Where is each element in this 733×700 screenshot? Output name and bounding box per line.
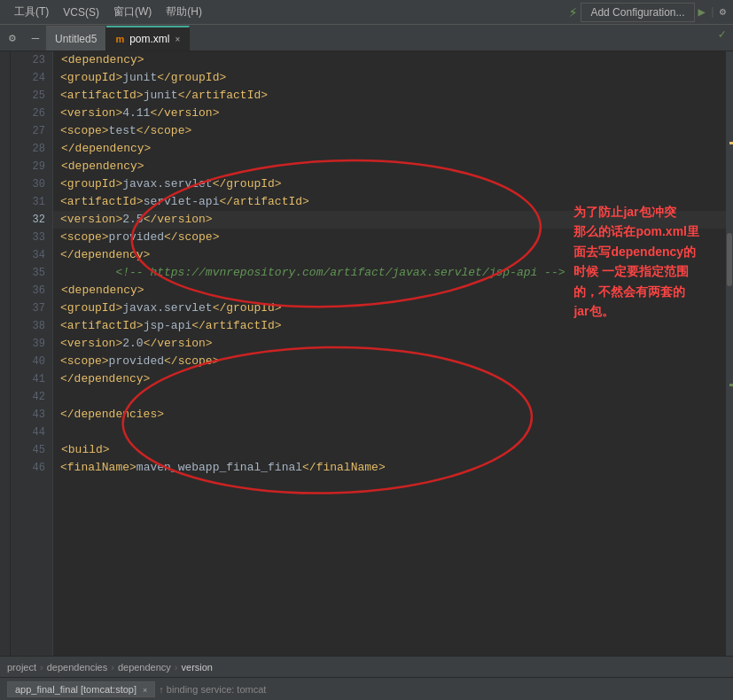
menu-tools[interactable]: 工具(T) [7,3,56,21]
line-number-33: 33 [24,229,45,246]
breadcrumb-sep-2: › [111,662,114,673]
code-line-32: 💡 <version>2.5</version> [53,211,726,229]
breadcrumb-version[interactable]: version [182,662,213,673]
tab-untitled[interactable]: Untitled5 [46,26,106,51]
xml-text: javax.servlet [122,299,212,317]
xml-text: provided [109,229,164,246]
add-config-label: Add Configuration... [590,6,684,19]
add-configuration-button[interactable]: Add Configuration... [581,3,694,22]
code-line-30: <groupId>javax.servlet</groupId> [53,175,726,193]
xml-text: servlet-api [144,193,220,211]
menu-bar: 工具(T) VCS(S) 窗口(W) 帮助(H) ⚡ Add Configura… [0,0,733,25]
code-line-37: <groupId>javax.servlet</groupId> [53,299,726,317]
breadcrumb-project[interactable]: project [7,662,36,673]
menu-window[interactable]: 窗口(W) [106,3,159,21]
line-number-31: 31 [24,193,45,211]
line-number-39: 39 [24,335,45,353]
xml-tag: <dependency> [61,158,144,175]
code-line-25: <artifactId>junit</artifactId> [53,87,726,105]
xml-tag: <build> [61,441,110,459]
status-tab-label: app_final_final [tomcat:stop] [15,684,136,695]
breadcrumb-dependencies[interactable]: dependencies [47,662,108,673]
menu-vcs[interactable]: VCS(S) [56,4,106,20]
xml-tag: <version> [60,211,122,229]
toolbar-right: ⚡ Add Configuration... ▶ | ⚙ [569,3,726,22]
line-number-gutter: 2324252627282930313233343536373839404142… [11,51,53,656]
xml-tag: <version> [60,105,122,122]
line-number-32: 32 [24,211,45,229]
line-number-29: 29 [24,158,45,175]
xml-tag: </groupId> [213,175,282,193]
xml-tag: </scope> [164,229,219,246]
xml-tag: </artifactId> [178,87,268,105]
xml-tag: </version> [144,211,213,229]
xml-tag: </dependency> [61,140,151,158]
line-number-44: 44 [24,424,45,441]
line-number-45: 45 [24,441,45,459]
code-line-45: <build> [53,441,726,459]
status-tab-close[interactable]: × [143,686,147,695]
tab-pom-label: pom.xml [129,33,169,45]
xml-tag: </groupId> [213,299,282,317]
code-editor[interactable]: <dependency> <groupId>junit</groupId> <a… [53,51,726,656]
line-number-26: 26 [24,105,45,122]
xml-text: 2.5 [122,211,143,229]
line-number-41: 41 [24,370,45,388]
code-line-29: <dependency> [53,158,726,175]
tab-collapse-button[interactable]: — [25,26,46,51]
xml-text: 4.11 [122,105,150,122]
line-number-34: 34 [24,246,45,264]
line-number-43: 43 [24,406,45,424]
xml-tag: </artifactId> [191,317,281,335]
xml-tag: <artifactId> [60,87,144,105]
tab-pom-xml[interactable]: m pom.xml × [106,26,190,51]
menu-help[interactable]: 帮助(H) [159,3,209,21]
xml-text: javax.servlet [122,175,212,193]
settings-icon[interactable]: ⚙ [720,5,726,19]
code-line-42 [53,388,726,406]
maven-icon: m [115,34,124,44]
check-icon: ✓ [719,27,726,42]
breadcrumb-dependency[interactable]: dependency [118,662,171,673]
status-extra: ↑ binding service: tomcat [159,684,266,695]
line-number-30: 30 [24,175,45,193]
xml-tag: </artifactId> [219,193,308,211]
tab-close-icon[interactable]: × [175,35,181,44]
scrollbar-thumb[interactable] [727,233,732,286]
line-number-38: 38 [24,317,45,335]
run-button[interactable]: ▶ [698,4,706,19]
code-line-28: </dependency> [53,140,726,158]
xml-tag: <version> [60,335,122,353]
line-number-46: 46 [24,459,45,477]
code-line-41: </dependency> [53,370,726,388]
xml-text: maven_webapp_final_final [136,459,302,477]
vertical-scrollbar[interactable] [726,51,733,656]
code-line-24: <groupId>junit</groupId> [53,69,726,87]
status-tomcat-tab[interactable]: app_final_final [tomcat:stop] × [7,681,155,697]
tab-untitled-label: Untitled5 [55,33,97,45]
xml-tag: </dependencies> [60,406,164,424]
tab-settings-button[interactable]: ⚙ [0,26,25,51]
project-sidebar[interactable] [0,51,11,656]
code-line-40: <scope>provided</scope> [53,353,726,370]
comment-text: <!-- https://mvnrepository.com/artifact/… [60,264,565,282]
xml-tag: <groupId> [60,299,122,317]
xml-tag: </finalName> [302,459,386,477]
xml-text: junit [144,87,178,105]
line-number-40: 40 [24,353,45,370]
line-number-25: 25 [24,87,45,105]
line-number-23: 23 [24,51,45,69]
code-line-35: <!-- https://mvnrepository.com/artifact/… [53,264,726,282]
status-bar: app_final_final [tomcat:stop] × ↑ bindin… [0,677,733,700]
xml-tag: <artifactId> [60,193,144,211]
line-number-35: 35 [24,264,45,282]
breadcrumb-bar: project › dependencies › dependency › ve… [0,656,733,677]
scrollbar-mark-2 [729,384,733,386]
code-line-23: <dependency> [53,51,726,69]
scrollbar-mark [729,142,733,144]
line-number-27: 27 [24,122,45,140]
xml-tag: <scope> [60,122,109,140]
code-line-43: </dependencies> [53,406,726,424]
xml-text: provided [109,353,164,370]
xml-tag: <artifactId> [60,317,144,335]
